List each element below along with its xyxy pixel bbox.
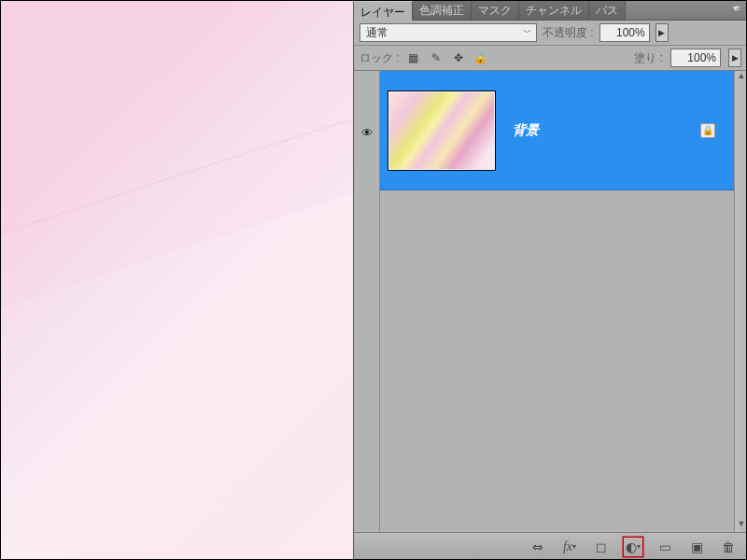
layer-thumbnail[interactable] bbox=[388, 91, 496, 171]
layer-column: 背景 🔒 bbox=[380, 71, 734, 532]
layer-name-label[interactable]: 背景 bbox=[513, 122, 539, 139]
lock-row: ロック : ▦ ✎ ✥ 🔒 塗り : 100% ▶ bbox=[354, 46, 747, 71]
new-group-icon[interactable]: ▭ bbox=[655, 538, 674, 556]
tab-layers[interactable]: レイヤー bbox=[354, 1, 413, 21]
lock-transparency-icon[interactable]: ▦ bbox=[407, 51, 420, 64]
scroll-down-icon[interactable]: ▼ bbox=[735, 519, 747, 532]
opacity-flyout-icon[interactable]: ▶ bbox=[655, 23, 669, 42]
tab-masks[interactable]: マスク bbox=[472, 0, 519, 20]
new-layer-icon[interactable]: ▣ bbox=[687, 538, 706, 556]
panel-tab-strip: レイヤー 色調補正 マスク チャンネル パス bbox=[354, 0, 747, 21]
chevron-down-icon: ﹀ bbox=[523, 26, 532, 39]
tab-channels[interactable]: チャンネル bbox=[519, 0, 589, 20]
layer-lock-icon: 🔒 bbox=[700, 123, 715, 138]
layers-panel: レイヤー 色調補正 マスク チャンネル パス 通常 ﹀ 不透明度 : 100% … bbox=[353, 0, 747, 560]
fill-label: 塗り : bbox=[634, 50, 663, 66]
add-mask-icon[interactable]: ◻ bbox=[592, 538, 611, 556]
adjustment-layer-icon[interactable]: ◐▾ bbox=[624, 538, 642, 556]
lock-all-icon[interactable]: 🔒 bbox=[474, 51, 487, 64]
opacity-field[interactable]: 100% bbox=[599, 23, 650, 42]
lock-position-icon[interactable]: ✥ bbox=[452, 51, 465, 64]
visibility-toggle-icon[interactable]: 👁 bbox=[358, 125, 376, 140]
fx-label: fx bbox=[563, 539, 572, 554]
layer-effects-icon[interactable]: fx▾ bbox=[560, 538, 579, 556]
blend-mode-select[interactable]: 通常 ﹀ bbox=[359, 23, 537, 42]
link-layers-icon[interactable]: ⇔ bbox=[529, 538, 547, 556]
fill-field[interactable]: 100% bbox=[670, 49, 721, 67]
blend-mode-value: 通常 bbox=[366, 25, 388, 41]
delete-layer-icon[interactable]: 🗑 bbox=[719, 538, 738, 556]
lock-pixels-icon[interactable]: ✎ bbox=[430, 51, 443, 64]
layer-row[interactable]: 背景 🔒 bbox=[380, 71, 734, 190]
scrollbar[interactable]: ▲ ▼ bbox=[734, 71, 747, 532]
visibility-column bbox=[354, 71, 380, 532]
layer-list: 👁 背景 🔒 ▲ ▼ bbox=[354, 71, 747, 532]
panel-footer: ⇔ fx▾ ◻ ◐▾ ▭ ▣ 🗑 bbox=[354, 532, 747, 560]
tab-paths[interactable]: パス bbox=[589, 0, 626, 20]
scroll-up-icon[interactable]: ▲ bbox=[735, 71, 747, 84]
lock-label: ロック : bbox=[359, 50, 400, 66]
canvas-viewport[interactable] bbox=[0, 0, 353, 560]
fill-flyout-icon[interactable]: ▶ bbox=[728, 49, 741, 67]
lock-icons-group: ▦ ✎ ✥ 🔒 bbox=[407, 51, 487, 64]
panel-menu-icon[interactable] bbox=[728, 3, 743, 16]
opacity-label: 不透明度 : bbox=[543, 25, 594, 41]
blend-row: 通常 ﹀ 不透明度 : 100% ▶ bbox=[354, 21, 747, 46]
tab-adjustments[interactable]: 色調補正 bbox=[413, 0, 472, 20]
